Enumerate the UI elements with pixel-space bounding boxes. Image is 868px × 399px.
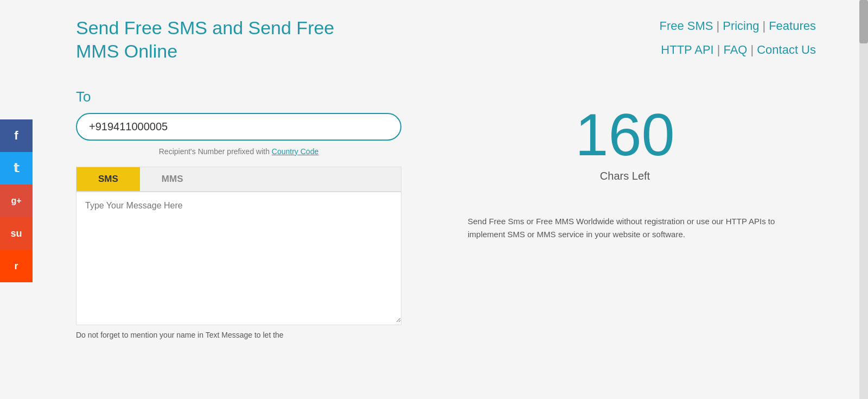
description-text: Send Free Sms or Free MMS Worldwide with… [468,215,782,241]
tabs-wrapper: SMS MMS [76,167,401,192]
stumbleupon-icon: su [10,228,22,239]
message-hint: Do not forget to mention your name in Te… [76,331,401,339]
facebook-icon: f [14,129,18,143]
scrollbar[interactable] [859,0,868,399]
right-panel: 160 Chars Left Send Free Sms or Free MMS… [434,83,816,339]
chars-left-number: 160 [575,105,675,164]
message-area-wrapper [76,192,401,325]
nav-sep-4: | [750,43,754,57]
left-panel: To Recipient's Number prefixed with Coun… [76,83,401,339]
tab-mms[interactable]: MMS [140,167,205,191]
phone-input[interactable] [89,121,388,133]
chars-left-label: Chars Left [600,170,650,182]
facebook-button[interactable]: f [0,119,33,152]
nav-sep-1: | [716,19,719,33]
message-textarea[interactable] [76,192,401,322]
recipient-hint: Recipient's Number prefixed with Country… [76,147,401,156]
country-code-link[interactable]: Country Code [272,147,318,156]
nav-sep-3: | [717,43,720,57]
nav-http-api[interactable]: HTTP API [661,43,713,57]
google-plus-button[interactable]: g+ [0,185,33,217]
google-plus-icon: g+ [11,196,21,206]
social-sidebar: f 𝕥 g+ su r [0,119,33,282]
nav-area: Free SMS | Pricing | Features HTTP API |… [659,16,816,67]
nav-features[interactable]: Features [769,19,816,33]
stumbleupon-button[interactable]: su [0,217,33,250]
nav-sep-2: | [762,19,765,33]
reddit-icon: r [14,261,18,272]
reddit-button[interactable]: r [0,250,33,282]
twitter-button[interactable]: 𝕥 [0,152,33,185]
to-label: To [76,88,401,105]
content-area: To Recipient's Number prefixed with Coun… [76,83,816,339]
nav-contact-us[interactable]: Contact Us [757,43,816,57]
tab-sms[interactable]: SMS [76,167,140,191]
nav-pricing[interactable]: Pricing [723,19,759,33]
nav-row-2: HTTP API | FAQ | Contact Us [661,43,816,57]
header: Send Free SMS and Send Free MMS Online F… [76,0,816,78]
phone-input-wrapper[interactable] [76,113,401,141]
nav-row-1: Free SMS | Pricing | Features [659,19,816,33]
twitter-icon: 𝕥 [14,161,19,175]
site-title: Send Free SMS and Send Free MMS Online [76,16,380,62]
scrollbar-thumb[interactable] [859,0,868,43]
nav-free-sms[interactable]: Free SMS [659,19,713,33]
nav-faq[interactable]: FAQ [723,43,747,57]
